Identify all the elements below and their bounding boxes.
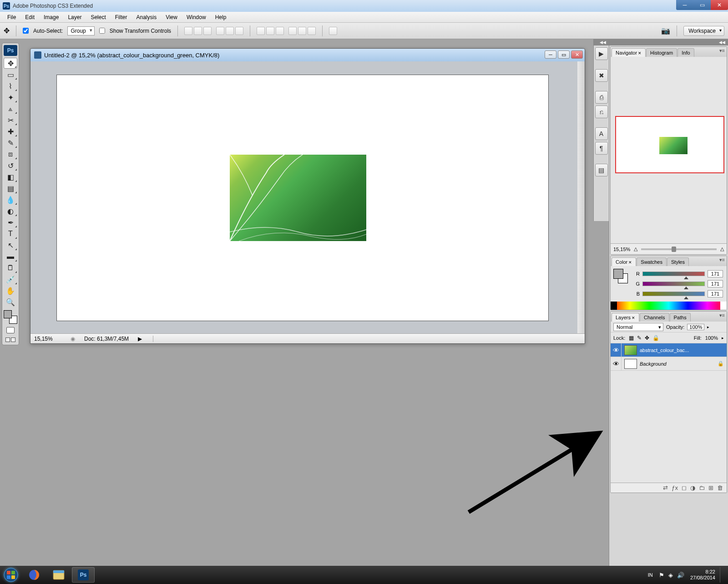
panel-menu-icon[interactable]: ▾≡ [719, 257, 725, 263]
tab-navigator[interactable]: Navigator✕ [612, 48, 646, 57]
r-value[interactable]: 171 [708, 270, 723, 277]
slice-tool[interactable]: ✂ [4, 115, 17, 126]
layer-row[interactable]: 👁 Background 🔒 [611, 357, 727, 371]
eraser-tool[interactable]: ◧ [4, 171, 17, 182]
tab-channels[interactable]: Channels [640, 313, 669, 322]
tab-styles[interactable]: Styles [667, 257, 689, 266]
stamp-tool[interactable]: ⧇ [4, 149, 17, 160]
path-tool[interactable]: ↖ [4, 240, 17, 251]
g-value[interactable]: 171 [708, 280, 723, 287]
type-tool[interactable]: T [4, 228, 17, 239]
tab-layers[interactable]: Layers✕ [612, 313, 639, 322]
align-button[interactable] [184, 27, 192, 35]
clone-source-panel-icon[interactable]: ⎌ [595, 106, 608, 118]
eyedropper-tool[interactable]: 💉 [4, 274, 17, 285]
brushes-panel-icon[interactable]: ▶ [595, 47, 608, 60]
window-maximize-button[interactable]: ▭ [693, 0, 711, 10]
screen-mode-buttons[interactable] [2, 337, 19, 342]
navigator-zoom-value[interactable]: 15,15% [613, 247, 630, 252]
tray-network-icon[interactable]: ◈ [668, 572, 673, 579]
tray-flag-icon[interactable]: ⚑ [659, 572, 664, 579]
zoom-tool[interactable]: 🔍 [4, 297, 17, 307]
delete-layer-icon[interactable]: 🗑 [717, 484, 723, 491]
lock-all-icon[interactable]: 🔒 [652, 335, 659, 341]
panel-menu-icon[interactable]: ▾≡ [719, 312, 725, 318]
b-slider[interactable] [642, 292, 705, 296]
actions-panel-icon[interactable]: ▤ [595, 164, 608, 176]
tab-swatches[interactable]: Swatches [637, 257, 667, 266]
quick-mask-button[interactable] [4, 325, 17, 336]
auto-select-checkbox[interactable] [23, 28, 29, 34]
new-group-icon[interactable]: 🗀 [699, 484, 705, 491]
adjustment-layer-icon[interactable]: ◑ [690, 484, 695, 491]
workspace-button[interactable]: Workspace [683, 26, 724, 36]
visibility-icon[interactable]: 👁 [611, 343, 622, 357]
menu-image[interactable]: Image [39, 13, 63, 22]
distribute-button[interactable] [257, 27, 265, 35]
doc-close-button[interactable]: ✕ [571, 50, 583, 59]
show-transform-checkbox[interactable] [99, 28, 105, 34]
quick-select-tool[interactable]: ✦ [4, 92, 17, 103]
horizontal-scrollbar[interactable] [153, 336, 581, 342]
align-button[interactable] [235, 27, 243, 35]
auto-select-dropdown[interactable]: Group [67, 26, 94, 35]
menu-help[interactable]: Help [211, 13, 231, 22]
new-layer-icon[interactable]: ⊞ [708, 484, 713, 491]
start-button[interactable] [0, 566, 22, 584]
doc-minimize-button[interactable]: ─ [545, 50, 556, 59]
navigator-zoom-slider[interactable] [641, 248, 717, 250]
healing-tool[interactable]: ✚ [4, 126, 17, 137]
tray-volume-icon[interactable]: 🔊 [677, 572, 684, 579]
move-tool[interactable]: ✥ [4, 58, 17, 69]
tab-info[interactable]: Info [677, 48, 694, 57]
menu-analysis[interactable]: Analysis [131, 13, 161, 22]
layer-mask-icon[interactable]: ◻ [682, 484, 687, 491]
history-brush-tool[interactable]: ↺ [4, 160, 17, 171]
window-close-button[interactable]: ✕ [711, 0, 728, 10]
tool-presets-panel-icon[interactable]: ✖ [595, 69, 608, 82]
align-button[interactable] [226, 27, 234, 35]
blend-mode-dropdown[interactable]: Normal [613, 323, 663, 331]
go-to-bridge-icon[interactable]: 📷 [661, 26, 670, 35]
brush-tool[interactable]: ✎ [4, 137, 17, 148]
dock-toggle[interactable]: ◀◀ [594, 39, 609, 45]
marquee-tool[interactable]: ▭ [4, 69, 17, 80]
color-ramp[interactable] [611, 302, 727, 310]
vertical-scrollbar[interactable] [577, 61, 585, 333]
doc-maximize-button[interactable]: ▭ [558, 50, 570, 59]
align-button[interactable] [216, 27, 224, 35]
taskbar-clock[interactable]: 8:22 27/08/2014 [690, 569, 715, 581]
visibility-icon[interactable]: 👁 [611, 357, 622, 370]
link-layers-icon[interactable]: ⇄ [663, 484, 668, 491]
fg-swatch[interactable] [613, 269, 623, 279]
dodge-tool[interactable]: ◐ [4, 206, 17, 216]
crop-tool[interactable]: ⟁ [4, 103, 17, 114]
notes-tool[interactable]: 🗒 [4, 262, 17, 273]
lock-position-icon[interactable]: ✥ [645, 335, 649, 341]
align-button[interactable] [203, 27, 212, 35]
paragraph-panel-icon[interactable]: ¶ [595, 142, 608, 155]
dock-collapse-button[interactable]: ◀◀ [609, 39, 728, 45]
lasso-tool[interactable]: ⌇ [4, 81, 17, 91]
tab-histogram[interactable]: Histogram [646, 48, 677, 57]
distribute-button[interactable] [308, 27, 316, 35]
layer-name[interactable]: abstract_colour_bac... [640, 347, 727, 353]
foreground-color-swatch[interactable] [4, 310, 12, 318]
menu-window[interactable]: Window [182, 13, 211, 22]
layer-row[interactable]: 👁 abstract_colour_bac... [611, 343, 727, 357]
status-icon[interactable]: ◉ [71, 336, 75, 342]
g-slider[interactable] [642, 282, 705, 286]
gradient-tool[interactable]: ▤ [4, 183, 17, 194]
color-swatches[interactable] [4, 310, 17, 324]
placed-image[interactable] [230, 155, 366, 241]
zoom-in-icon[interactable]: △ [720, 246, 724, 252]
canvas-area[interactable] [34, 61, 577, 331]
navigator-thumbnail[interactable] [615, 116, 724, 173]
layer-comps-panel-icon[interactable]: ⎙ [595, 91, 608, 104]
panel-menu-icon[interactable]: ▾≡ [719, 48, 725, 54]
distribute-button[interactable] [298, 27, 306, 35]
taskbar-lang[interactable]: IN [648, 572, 653, 578]
blur-tool[interactable]: 💧 [4, 194, 17, 205]
character-panel-icon[interactable]: A [595, 127, 608, 140]
auto-align-button[interactable] [329, 27, 337, 35]
